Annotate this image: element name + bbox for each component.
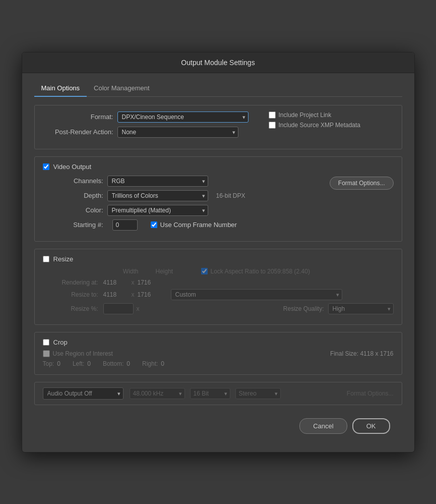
final-size: Final Size: 4118 x 1716 bbox=[330, 350, 393, 357]
rendering-width: 4118 bbox=[103, 279, 129, 286]
starting-label: Starting #: bbox=[43, 221, 103, 229]
height-header: Height bbox=[156, 268, 186, 275]
audio-output-select[interactable]: Audio Output Off Audio Output On bbox=[43, 387, 123, 400]
lock-aspect-row: Width Height Lock Aspect Ratio to 2059:8… bbox=[43, 268, 394, 275]
resize-x-sep: x bbox=[132, 291, 135, 298]
post-render-select[interactable]: None Import bbox=[117, 127, 238, 138]
dialog-body: Main Options Color Management Format: DP… bbox=[22, 73, 414, 452]
crop-checkbox[interactable] bbox=[43, 339, 49, 346]
dialog-footer: Cancel OK bbox=[34, 412, 402, 442]
crop-section: Crop Use Region of Interest Final Size: … bbox=[34, 332, 402, 375]
audio-format-options-button[interactable]: Format Options... bbox=[347, 390, 394, 397]
use-comp-frame-label: Use Comp Frame Number bbox=[160, 221, 237, 229]
channels-label: Channels: bbox=[43, 177, 103, 185]
ok-button[interactable]: OK bbox=[352, 418, 390, 434]
use-roi-label: Use Region of Interest bbox=[53, 350, 113, 357]
format-select[interactable]: DPX/Cineon Sequence AVI H.264 QuickTime bbox=[117, 111, 248, 123]
crop-top-row: Crop bbox=[43, 339, 394, 346]
lock-aspect-checkbox[interactable] bbox=[201, 268, 208, 274]
right-value: 0 bbox=[161, 360, 164, 367]
video-output-checkbox[interactable] bbox=[43, 163, 49, 170]
resize-section: Resize Width Height Lock Aspect Ratio to… bbox=[34, 249, 402, 325]
crop-left-field: Left: 0 bbox=[73, 360, 91, 367]
post-render-select-wrapper: None Import bbox=[117, 127, 238, 138]
rendering-height: 1716 bbox=[138, 279, 163, 286]
audio-stereo-wrapper: Stereo bbox=[235, 388, 281, 399]
resize-header: Resize bbox=[43, 255, 394, 263]
color-row: Color: Premultiplied (Matted) Straight (… bbox=[43, 205, 330, 216]
resize-quality-select[interactable]: High Low Medium Best bbox=[328, 303, 394, 314]
tab-color-management[interactable]: Color Management bbox=[87, 81, 157, 97]
color-label: Color: bbox=[43, 206, 103, 214]
crop-top-field: Top: 0 bbox=[43, 360, 60, 367]
audio-controls: 48.000 kHz 16 Bit Stereo bbox=[130, 388, 281, 399]
use-roi-row[interactable]: Use Region of Interest bbox=[43, 350, 113, 357]
tab-bar: Main Options Color Management bbox=[34, 81, 402, 97]
color-select-wrapper: Premultiplied (Matted) Straight (Unmatte… bbox=[107, 205, 208, 216]
resize-pct-width-input[interactable] bbox=[103, 303, 134, 314]
dialog-title-bar: Output Module Settings bbox=[22, 52, 414, 73]
include-project-link-checkbox[interactable] bbox=[269, 111, 276, 119]
resize-pct-x-sep: x bbox=[137, 305, 140, 312]
starting-row: Starting #: Use Comp Frame Number bbox=[43, 219, 330, 231]
cancel-button[interactable]: Cancel bbox=[299, 418, 347, 434]
audio-bit-select[interactable]: 16 Bit bbox=[190, 388, 230, 399]
include-project-link-row[interactable]: Include Project Link bbox=[269, 111, 361, 119]
format-select-wrapper: DPX/Cineon Sequence AVI H.264 QuickTime bbox=[117, 111, 248, 123]
resize-pct-row: Resize %: x Resize Quality: High Low Med… bbox=[43, 303, 394, 314]
post-render-row: Post-Render Action: None Import bbox=[43, 127, 248, 138]
width-header: Width bbox=[108, 268, 139, 275]
format-label: Format: bbox=[43, 113, 113, 121]
output-module-dialog: Output Module Settings Main Options Colo… bbox=[22, 52, 415, 453]
format-options-button[interactable]: Format Options... bbox=[330, 177, 394, 190]
audio-stereo-select[interactable]: Stereo bbox=[235, 388, 281, 399]
depth-select[interactable]: Trillions of Colors Millions of Colors bbox=[107, 190, 208, 201]
dialog-title: Output Module Settings bbox=[181, 59, 255, 67]
resize-label: Resize bbox=[53, 255, 74, 263]
left-label: Left: bbox=[73, 360, 84, 367]
video-fields: Channels: RGB RGB + Alpha Depth: bbox=[43, 176, 330, 234]
resize-quality-label: Resize Quality: bbox=[283, 305, 324, 312]
video-output-section: Video Output Channels: RGB RGB + Alpha bbox=[34, 156, 402, 242]
channels-row: Channels: RGB RGB + Alpha bbox=[43, 176, 330, 187]
resize-to-row: Resize to: 4118 x 1716 Custom HDTV 1080p bbox=[43, 289, 394, 300]
channels-select[interactable]: RGB RGB + Alpha bbox=[107, 176, 208, 187]
tab-main-options[interactable]: Main Options bbox=[34, 81, 87, 97]
channels-select-wrapper: RGB RGB + Alpha bbox=[107, 176, 208, 187]
include-source-xmp-label: Include Source XMP Metadata bbox=[279, 122, 361, 129]
depth-row: Depth: Trillions of Colors Millions of C… bbox=[43, 190, 330, 201]
video-output-header: Video Output bbox=[43, 163, 394, 171]
crop-right-field: Right: 0 bbox=[142, 360, 164, 367]
color-select[interactable]: Premultiplied (Matted) Straight (Unmatte… bbox=[107, 205, 208, 216]
format-options-container: Format Options... bbox=[330, 176, 394, 190]
format-row: Format: DPX/Cineon Sequence AVI H.264 Qu… bbox=[43, 111, 248, 123]
resize-pct-label: Resize %: bbox=[43, 305, 98, 312]
include-project-link-label: Include Project Link bbox=[279, 111, 332, 119]
resize-width: 4118 bbox=[103, 291, 129, 298]
crop-fields: Top: 0 Left: 0 Bottom: 0 Right: 0 bbox=[43, 360, 394, 367]
video-output-label: Video Output bbox=[53, 163, 92, 171]
resize-quality-wrapper: High Low Medium Best bbox=[328, 303, 394, 314]
audio-khz-select[interactable]: 48.000 kHz bbox=[130, 388, 185, 399]
audio-section: Audio Output Off Audio Output On 48.000 … bbox=[34, 382, 402, 405]
right-label: Right: bbox=[142, 360, 158, 367]
resize-checkbox[interactable] bbox=[43, 256, 49, 262]
bottom-value: 0 bbox=[127, 360, 130, 367]
include-source-xmp-row[interactable]: Include Source XMP Metadata bbox=[269, 122, 361, 129]
use-comp-frame-checkbox[interactable] bbox=[151, 221, 157, 228]
use-roi-checkbox[interactable] bbox=[43, 350, 50, 357]
crop-bottom-field: Bottom: 0 bbox=[103, 360, 130, 367]
resize-preset-select[interactable]: Custom HDTV 1080p bbox=[171, 289, 342, 300]
bottom-label: Bottom: bbox=[103, 360, 123, 367]
left-value: 0 bbox=[87, 360, 91, 367]
include-source-xmp-checkbox[interactable] bbox=[269, 122, 276, 129]
format-section: Format: DPX/Cineon Sequence AVI H.264 Qu… bbox=[34, 105, 402, 149]
resize-quality-controls: Resize Quality: High Low Medium Best bbox=[283, 303, 394, 314]
crop-label: Crop bbox=[53, 339, 68, 346]
depth-info: 16-bit DPX bbox=[216, 192, 245, 199]
resize-preset-wrapper: Custom HDTV 1080p bbox=[171, 289, 342, 300]
starting-number-input[interactable] bbox=[112, 219, 138, 231]
audio-output-wrapper: Audio Output Off Audio Output On bbox=[43, 387, 123, 400]
audio-bit-wrapper: 16 Bit bbox=[190, 388, 230, 399]
lock-aspect-text: Lock Aspect Ratio to 2059:858 (2.40) bbox=[211, 268, 310, 275]
